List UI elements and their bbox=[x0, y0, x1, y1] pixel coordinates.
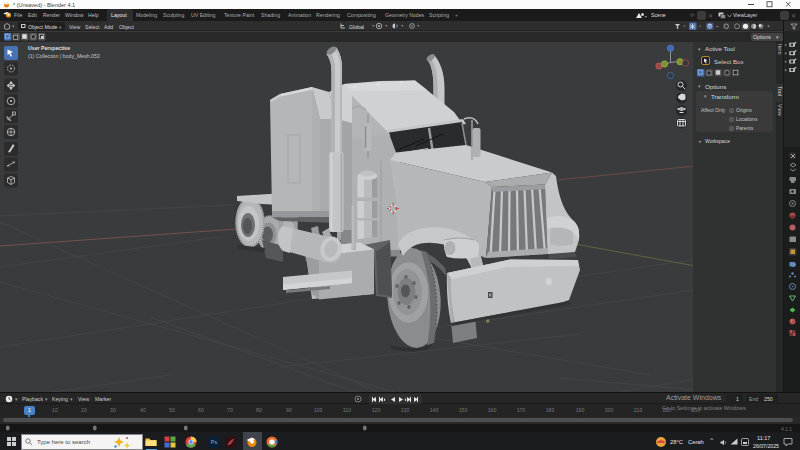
svg-text:80: 80 bbox=[256, 407, 262, 413]
svg-text:30: 30 bbox=[110, 407, 116, 413]
svg-text:10: 10 bbox=[52, 407, 58, 413]
svg-text:100: 100 bbox=[314, 407, 323, 413]
svg-text:140: 140 bbox=[430, 407, 439, 413]
svg-text:Ps: Ps bbox=[211, 439, 218, 445]
svg-text:50: 50 bbox=[169, 407, 175, 413]
svg-text:170: 170 bbox=[517, 407, 526, 413]
svg-text:210: 210 bbox=[634, 407, 643, 413]
svg-text:120: 120 bbox=[372, 407, 381, 413]
svg-text:180: 180 bbox=[546, 407, 555, 413]
svg-text:70: 70 bbox=[227, 407, 233, 413]
svg-text:190: 190 bbox=[576, 407, 585, 413]
svg-text:110: 110 bbox=[343, 407, 351, 413]
svg-text:40: 40 bbox=[140, 407, 146, 413]
svg-text:200: 200 bbox=[605, 407, 614, 413]
svg-text:90: 90 bbox=[286, 407, 292, 413]
svg-text:130: 130 bbox=[401, 407, 410, 413]
svg-text:160: 160 bbox=[488, 407, 497, 413]
svg-text:150: 150 bbox=[459, 407, 468, 413]
svg-text:60: 60 bbox=[198, 407, 204, 413]
svg-text:20: 20 bbox=[81, 407, 87, 413]
